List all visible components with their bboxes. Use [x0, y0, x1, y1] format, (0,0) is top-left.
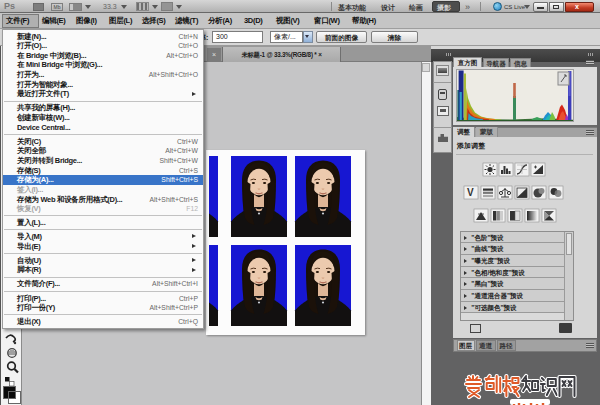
svg-text:V: V [467, 187, 474, 198]
